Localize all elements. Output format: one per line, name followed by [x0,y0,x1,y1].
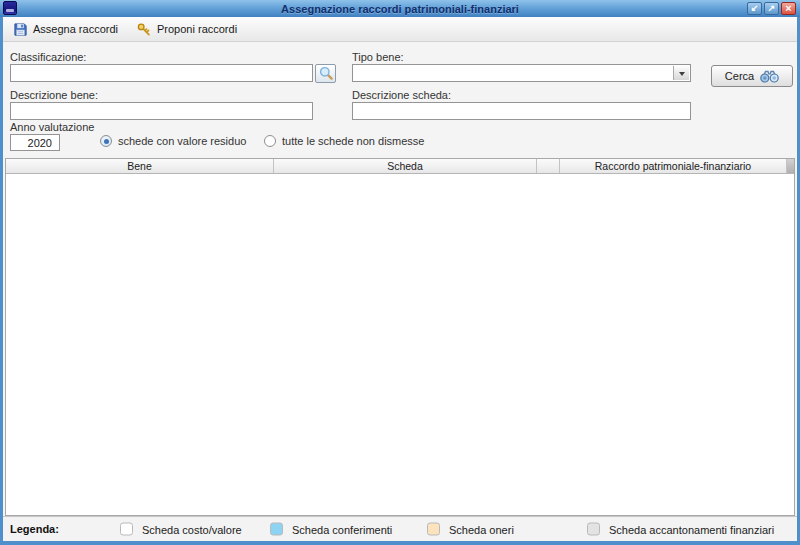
grid-header-corner [787,159,794,173]
legend-item-conferimenti: Scheda conferimenti [270,523,392,536]
assegna-raccordi-label: Assegna raccordi [33,23,118,35]
legend-label: Scheda conferimenti [292,523,392,535]
oneri-swatch [427,523,440,536]
binoculars-icon [760,70,779,83]
legend-item-costo-valore: Scheda costo/valore [120,523,242,536]
legend-label: Scheda costo/valore [142,523,242,535]
descrizione-scheda-input[interactable] [352,102,691,120]
window-controls: ↙ ↗ × [747,2,796,15]
legend-label: Scheda oneri [449,523,514,535]
proponi-raccordi-button[interactable]: Proponi raccordi [131,19,242,40]
save-icon [13,22,28,37]
column-header-raccordo[interactable]: Raccordo patrimoniale-finanziario [560,159,787,173]
descrizione-scheda-label: Descrizione scheda: [352,89,451,101]
column-header-blank [537,159,560,173]
maximize-button[interactable]: ↗ [764,2,779,15]
restore-button[interactable]: ↙ [747,2,762,15]
close-button[interactable]: × [781,2,796,15]
costo-valore-swatch [120,523,133,536]
anno-valutazione-label: Anno valutazione [10,121,94,133]
tipo-bene-label: Tipo bene: [352,51,404,63]
client-area: Assegna raccordi Proponi raccordi Classi… [3,17,797,541]
legend-item-oneri: Scheda oneri [427,523,514,536]
window-title: Assegnazione raccordi patrimoniali-finan… [0,3,800,15]
grid-header: Bene Scheda Raccordo patrimoniale-finanz… [6,159,794,174]
magnifier-icon [319,66,333,82]
title-bar: Assegnazione raccordi patrimoniali-finan… [0,0,800,17]
classificazione-input[interactable] [10,64,313,82]
assegna-raccordi-button[interactable]: Assegna raccordi [8,19,123,40]
radio-label: tutte le schede non dismesse [282,135,424,147]
column-header-bene[interactable]: Bene [6,159,274,173]
tipo-bene-select[interactable] [352,64,691,82]
proponi-raccordi-label: Proponi raccordi [157,23,237,35]
accantonamenti-swatch [587,523,600,536]
key-icon [136,22,152,37]
legend-title: Legenda: [10,523,59,535]
chevron-down-icon[interactable] [673,66,689,80]
column-header-scheda[interactable]: Scheda [274,159,537,173]
cerca-button[interactable]: Cerca [711,65,793,87]
classificazione-lookup-button[interactable] [315,64,336,83]
results-grid: Bene Scheda Raccordo patrimoniale-finanz… [5,158,795,516]
maximize-icon: ↗ [768,4,776,13]
legend-bar: Legenda: Scheda costo/valore Scheda conf… [3,516,797,541]
anno-valutazione-input[interactable] [10,134,60,151]
legend-label: Scheda accantonamenti finanziari [609,523,774,535]
radio-label: schede con valore residuo [118,135,246,147]
conferimenti-swatch [270,523,283,536]
radio-icon [264,135,276,147]
toolbar: Assegna raccordi Proponi raccordi [3,17,797,42]
grid-body[interactable] [6,174,794,515]
descrizione-bene-input[interactable] [10,102,313,120]
legend-item-accantonamenti: Scheda accantonamenti finanziari [587,523,774,536]
window: Assegnazione raccordi patrimoniali-finan… [0,0,800,545]
classificazione-label: Classificazione: [10,51,86,63]
restore-icon: ↙ [751,4,759,13]
descrizione-bene-label: Descrizione bene: [10,89,98,101]
radio-schede-valore-residuo[interactable]: schede con valore residuo [100,135,246,147]
radio-tutte-schede-non-dismesse[interactable]: tutte le schede non dismesse [264,135,424,147]
cerca-label: Cerca [725,70,754,82]
close-icon: × [785,3,791,14]
radio-icon [100,135,112,147]
